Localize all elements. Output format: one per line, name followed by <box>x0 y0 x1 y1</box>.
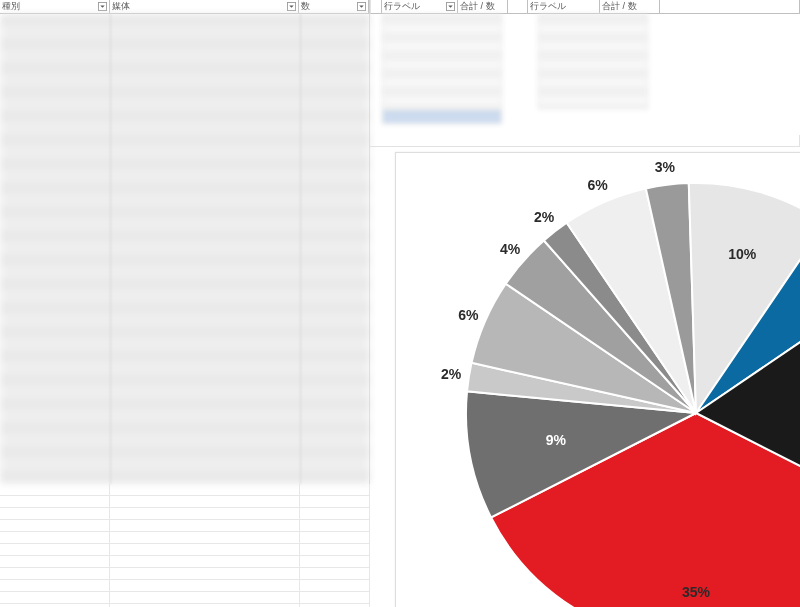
pivot-summary-blurred <box>382 14 502 124</box>
pie-chart-svg: 35%9%2%6%4%2%6%3%10%6% <box>396 153 800 607</box>
column-header-label: 数 <box>301 0 310 13</box>
empty-grid: /*rows rendered below*/ <box>0 484 370 607</box>
filter-dropdown-icon[interactable] <box>98 2 107 11</box>
column-header-label: 媒体 <box>112 0 130 13</box>
pie-chart[interactable]: 35%9%2%6%4%2%6%3%10%6% <box>395 152 800 607</box>
column-header-count[interactable]: 数 <box>299 0 369 14</box>
pivot-header-label: 行ラベル <box>384 0 420 13</box>
column-divider <box>110 14 111 484</box>
pivot-header-row: 行ラベル 合計 / 数 行ラベル 合計 / 数 <box>370 0 800 14</box>
pivot-area: 行ラベル 合計 / 数 行ラベル 合計 / 数 <box>370 0 800 150</box>
pie-slice-label: 2% <box>534 209 555 225</box>
spacer-cell <box>660 0 800 14</box>
pie-slice-label: 9% <box>546 432 567 448</box>
column-divider <box>300 14 301 484</box>
filter-dropdown-icon[interactable] <box>287 2 296 11</box>
pivot-summary-blurred <box>538 14 648 109</box>
gutter-cell <box>370 0 382 14</box>
column-header-media[interactable]: 媒体 <box>110 0 299 14</box>
pie-slice-label: 2% <box>441 366 462 382</box>
pie-slice-label: 3% <box>655 159 676 175</box>
pivot-value-header: 合計 / 数 <box>600 0 660 14</box>
pivot-header-label: 合計 / 数 <box>602 0 637 13</box>
column-header-label: 種別 <box>2 0 20 13</box>
pivot-row-label-header[interactable]: 行ラベル <box>382 0 458 14</box>
filter-dropdown-icon[interactable] <box>446 2 455 11</box>
data-table: 種別 媒体 数 /*rows rendered <box>0 0 370 607</box>
pivot-value-header: 合計 / 数 <box>458 0 508 14</box>
filter-dropdown-icon[interactable] <box>357 2 366 11</box>
pie-slice-label: 6% <box>458 307 479 323</box>
grid-lines <box>370 135 800 153</box>
table-header-row: 種別 媒体 数 <box>0 0 369 14</box>
table-body-blurred <box>0 14 370 484</box>
spacer-cell <box>508 0 528 14</box>
pivot-body <box>382 14 782 134</box>
pie-slice-label: 6% <box>587 177 608 193</box>
column-header-type[interactable]: 種別 <box>0 0 110 14</box>
pivot-header-label: 合計 / 数 <box>460 0 495 13</box>
pivot-row-label-header: 行ラベル <box>528 0 600 14</box>
pivot-grand-total-row <box>383 111 501 123</box>
pie-slice-label: 35% <box>682 584 711 600</box>
pivot-header-label: 行ラベル <box>530 0 566 13</box>
pie-slice-label: 4% <box>500 241 521 257</box>
pie-slice-label: 10% <box>728 246 757 262</box>
